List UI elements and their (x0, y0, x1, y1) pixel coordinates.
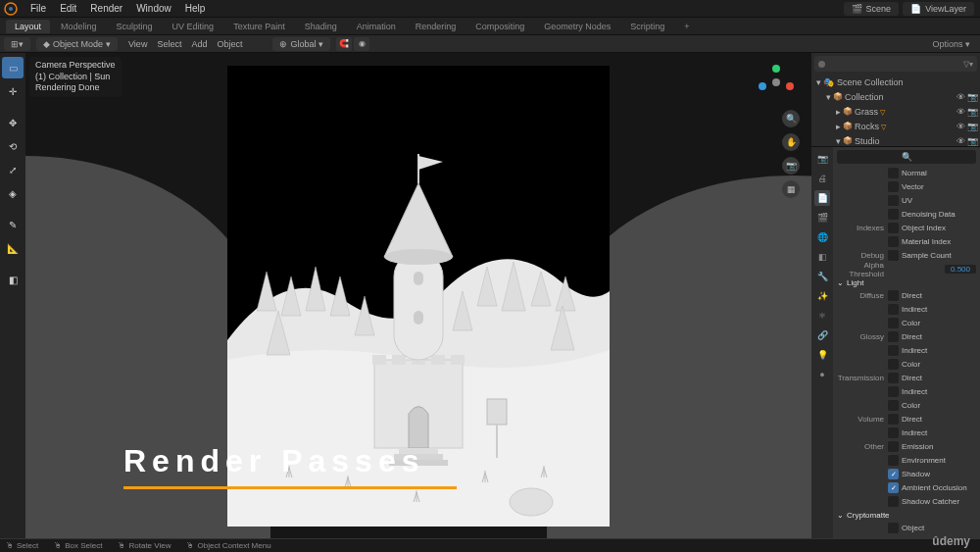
checkbox[interactable] (888, 250, 899, 261)
visibility-toggle[interactable]: 👁 (955, 122, 966, 131)
checkbox[interactable] (888, 304, 899, 315)
snap-icon[interactable]: 🧲 (336, 37, 352, 51)
checkbox[interactable] (888, 414, 899, 425)
checkbox[interactable] (888, 345, 899, 356)
workspace-tab-layout[interactable]: Layout (6, 20, 50, 33)
render-toggle[interactable]: 📷 (966, 107, 978, 117)
rotate-tool[interactable]: ⟲ (2, 135, 24, 157)
tree-item-rocks[interactable]: ▸📦Rocks▽👁📷 (811, 119, 980, 133)
checkbox[interactable] (888, 209, 899, 220)
visibility-toggle[interactable]: 👁 (955, 107, 966, 117)
scene-tab-icon[interactable]: 🎬 (814, 210, 830, 226)
constraints-tab-icon[interactable]: 🔗 (814, 327, 830, 343)
add-tool[interactable]: ◧ (2, 269, 24, 290)
workspace-tab-animation[interactable]: Animation (348, 20, 405, 33)
render-toggle[interactable]: 📷 (966, 136, 978, 146)
workspace-tab-sculpting[interactable]: Sculpting (108, 20, 162, 33)
checkbox[interactable] (888, 523, 899, 533)
workspace-tab-shading[interactable]: Shading (296, 20, 346, 33)
checkbox[interactable] (888, 223, 899, 233)
navigation-gizmo[interactable] (757, 65, 794, 102)
render-toggle[interactable]: 📷 (966, 92, 978, 102)
outliner-search[interactable]: ▽▾ (814, 56, 977, 72)
material-tab-icon[interactable]: ● (814, 367, 830, 382)
header-menu-view[interactable]: View (123, 37, 152, 51)
camera-view-icon[interactable]: 📷 (782, 157, 800, 175)
z-axis-handle[interactable] (759, 82, 766, 90)
mode-dropdown[interactable]: ◆ Object Mode ▾ (36, 37, 118, 51)
transform-tool[interactable]: ◈ (2, 182, 24, 204)
data-tab-icon[interactable]: 💡 (814, 347, 830, 363)
section-cryptomatte[interactable]: Cryptomatte (837, 511, 976, 520)
output-tab-icon[interactable]: 🖨 (814, 171, 830, 186)
pan-icon[interactable]: ✋ (782, 133, 800, 151)
annotate-tool[interactable]: ✎ (2, 214, 24, 235)
scale-tool[interactable]: ⤢ (2, 159, 24, 180)
section-light[interactable]: Light (837, 278, 976, 287)
options-dropdown[interactable]: Options ▾ (926, 37, 976, 51)
workspace-tab-texture-paint[interactable]: Texture Paint (224, 20, 294, 33)
workspace-tab-modeling[interactable]: Modeling (52, 20, 106, 33)
checkbox[interactable] (888, 168, 899, 178)
checkbox[interactable] (888, 455, 899, 466)
workspace-tab-uv-editing[interactable]: UV Editing (164, 20, 223, 33)
checkbox[interactable] (888, 195, 899, 206)
checkbox[interactable] (888, 359, 899, 370)
orientation-dropdown[interactable]: ⊕ Global ▾ (272, 37, 330, 51)
modifier-tab-icon[interactable]: 🔧 (814, 269, 830, 284)
header-menu-add[interactable]: Add (186, 37, 212, 51)
checkbox[interactable]: ✓ (888, 469, 899, 479)
checkbox[interactable] (888, 318, 899, 328)
proportional-icon[interactable]: ◉ (354, 37, 369, 51)
header-menu-object[interactable]: Object (212, 37, 247, 51)
checkbox[interactable] (888, 290, 899, 301)
particles-tab-icon[interactable]: ✨ (814, 288, 830, 304)
add-workspace-button[interactable]: + (675, 20, 698, 33)
menu-file[interactable]: File (24, 1, 53, 16)
checkbox[interactable] (888, 386, 899, 397)
checkbox[interactable] (888, 331, 899, 342)
properties-search[interactable]: 🔍 (837, 150, 976, 164)
physics-tab-icon[interactable]: ⚛ (814, 308, 830, 324)
workspace-tab-scripting[interactable]: Scripting (621, 20, 673, 33)
viewlayer-selector[interactable]: 📄 ViewLayer (903, 2, 974, 16)
checkbox[interactable] (888, 373, 899, 383)
menu-window[interactable]: Window (129, 1, 178, 16)
move-tool[interactable]: ✥ (2, 112, 24, 133)
viewport-3d[interactable]: Camera Perspective (1) Collection | Sun … (25, 53, 811, 538)
menu-edit[interactable]: Edit (53, 1, 83, 16)
scene-selector[interactable]: 🎬 Scene (844, 2, 900, 16)
viewlayer-tab-icon[interactable]: 📄 (814, 190, 830, 206)
checkbox[interactable] (888, 427, 899, 438)
world-tab-icon[interactable]: 🌐 (814, 229, 830, 245)
render-toggle[interactable]: 📷 (966, 122, 978, 131)
checkbox[interactable] (888, 496, 899, 507)
checkbox[interactable] (888, 181, 899, 192)
workspace-tab-compositing[interactable]: Compositing (466, 20, 533, 33)
tree-item-grass[interactable]: ▸📦Grass▽👁📷 (811, 104, 980, 119)
tree-item-collection[interactable]: ▾📦Collection👁📷 (811, 89, 980, 104)
tree-root[interactable]: ▾🎭Scene Collection (811, 75, 980, 89)
checkbox[interactable]: ✓ (888, 482, 899, 493)
checkbox[interactable] (888, 441, 899, 452)
alpha-threshold-value[interactable]: 0.500 (945, 265, 976, 274)
filter-icon[interactable]: ▽▾ (963, 60, 973, 69)
object-tab-icon[interactable]: ◧ (814, 249, 830, 265)
visibility-toggle[interactable]: 👁 (955, 92, 966, 102)
menu-render[interactable]: Render (83, 1, 129, 16)
editor-type-dropdown[interactable]: ⊞▾ (4, 37, 30, 51)
render-tab-icon[interactable]: 📷 (814, 151, 830, 167)
menu-help[interactable]: Help (178, 1, 213, 16)
perspective-toggle-icon[interactable]: ▦ (782, 180, 800, 198)
y-axis-handle[interactable] (772, 65, 780, 73)
cursor-tool[interactable]: ✛ (2, 80, 24, 102)
workspace-tab-rendering[interactable]: Rendering (407, 20, 466, 33)
select-tool[interactable]: ▭ (2, 57, 24, 78)
x-axis-handle[interactable] (786, 82, 794, 90)
checkbox[interactable] (888, 236, 899, 247)
zoom-icon[interactable]: 🔍 (782, 110, 800, 127)
properties-content[interactable]: 🔍 NormalVectorUVDenoising DataIndexesObj… (833, 147, 980, 538)
header-menu-select[interactable]: Select (152, 37, 186, 51)
visibility-toggle[interactable]: 👁 (955, 136, 966, 146)
workspace-tab-geometry-nodes[interactable]: Geometry Nodes (535, 20, 619, 33)
